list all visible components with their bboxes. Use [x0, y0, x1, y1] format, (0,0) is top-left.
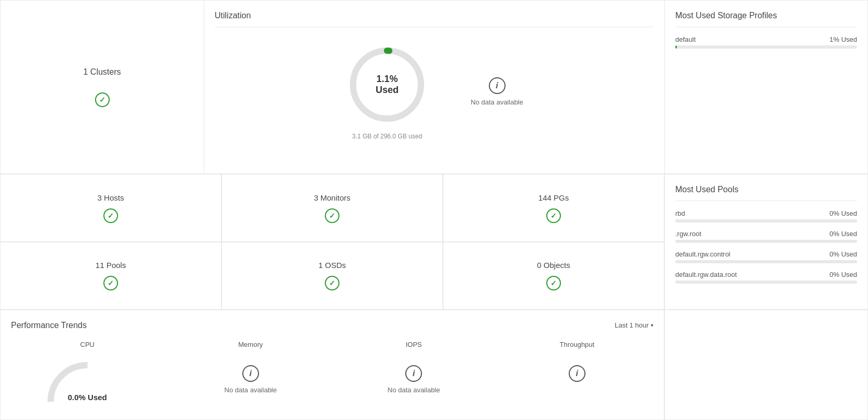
info-icon: i [489, 77, 506, 94]
profile-bar-fill [675, 45, 677, 49]
list-item: default 1% Used [675, 36, 857, 49]
cpu-value: 0.0% Used [68, 393, 107, 402]
performance-grid: CPU 0.0% Used Memory i No data available [11, 341, 653, 402]
stat-objects-icon [546, 276, 561, 290]
storage-profiles-list: default 1% Used [675, 36, 857, 49]
stats-row: 3 Hosts 3 Monitors 144 PGs 11 Pools 1 OS… [0, 174, 664, 309]
stat-hosts-title: 3 Hosts [98, 193, 124, 202]
perf-throughput: Throughput i [501, 341, 654, 402]
stat-monitors-title: 3 Monitors [314, 193, 350, 202]
utilization-card: Utilization 1.1% Used 3.1 GB of 296.0 GB… [204, 0, 664, 174]
memory-no-data: i No data available [225, 365, 277, 394]
pools-list: rbd 0% Used .rgw.root 0% Used default. [675, 209, 857, 284]
profile-bar-bg [675, 45, 857, 49]
stat-osds: 1 OSDs [221, 242, 443, 310]
stat-pools: 11 Pools [0, 242, 221, 310]
info-icon: i [569, 365, 585, 382]
stat-osds-icon [325, 276, 339, 290]
time-range-dropdown[interactable]: Last 1 hour ▾ [615, 321, 653, 329]
pool-name: rbd [675, 209, 685, 217]
stat-pools-icon [103, 276, 118, 290]
stat-monitors: 3 Monitors [221, 174, 443, 242]
clusters-title: 1 Clusters [83, 67, 121, 77]
throughput-label: Throughput [560, 341, 595, 348]
stat-pgs: 144 PGs [443, 174, 664, 242]
pool-bar-bg [675, 240, 857, 243]
stat-objects-title: 0 Objects [537, 261, 570, 270]
memory-no-data-label: No data available [225, 386, 277, 394]
clusters-card: 1 Clusters [0, 0, 204, 174]
perf-memory: Memory i No data available [174, 341, 327, 402]
performance-title: Performance Trends [11, 321, 87, 330]
pool-bar-bg [675, 260, 857, 263]
pool-used: 0% Used [829, 250, 857, 258]
iops-no-data: i No data available [388, 365, 440, 394]
throughput-no-data: i [569, 365, 585, 386]
pool-name: default.rgw.control [675, 250, 731, 258]
utilization-donut: 1.1% Used 3.1 GB of 296.0 GB used [345, 43, 429, 140]
profile-name: default [675, 36, 696, 43]
stat-pools-title: 11 Pools [96, 261, 126, 270]
pool-bar-bg [675, 219, 857, 223]
list-item: default.rgw.control 0% Used [675, 250, 857, 263]
perf-iops: IOPS i No data available [337, 341, 490, 402]
stat-objects: 0 Objects [443, 242, 664, 310]
pool-name: default.rgw.data.root [675, 271, 737, 278]
list-item: rbd 0% Used [675, 209, 857, 223]
storage-profiles-card: Most Used Storage Profiles default 1% Us… [664, 0, 868, 174]
pool-bar-bg [675, 281, 857, 284]
stat-pgs-icon [546, 208, 561, 223]
utilization-title: Utilization [215, 11, 654, 27]
pool-used: 0% Used [829, 271, 857, 278]
iops-label: IOPS [406, 341, 422, 348]
stat-pgs-title: 144 PGs [538, 193, 569, 202]
info-icon: i [242, 365, 259, 382]
cpu-label: CPU [80, 341, 95, 348]
utilization-no-data: i No data available [471, 77, 523, 106]
pool-used: 0% Used [829, 209, 857, 217]
list-item: default.rgw.data.root 0% Used [675, 271, 857, 284]
utilization-detail: 3.1 GB of 296.0 GB used [352, 133, 422, 140]
chevron-down-icon: ▾ [651, 322, 653, 328]
perf-cpu: CPU 0.0% Used [11, 341, 164, 402]
info-icon: i [405, 365, 422, 382]
stat-hosts: 3 Hosts [0, 174, 221, 242]
stat-osds-title: 1 OSDs [319, 261, 346, 270]
stat-monitors-icon [325, 208, 339, 223]
pools-card: Most Used Pools rbd 0% Used .rgw.root 0%… [664, 174, 868, 309]
clusters-status-icon [95, 92, 110, 107]
cpu-gauge: 0.0% Used [40, 355, 134, 402]
profile-used: 1% Used [829, 36, 857, 43]
list-item: .rgw.root 0% Used [675, 230, 857, 243]
performance-trends-card: Performance Trends Last 1 hour ▾ CPU 0.0… [0, 310, 664, 420]
utilization-percent: 1.1% Used [366, 74, 408, 96]
pools-title: Most Used Pools [675, 185, 857, 201]
storage-profiles-title: Most Used Storage Profiles [675, 11, 857, 27]
pool-used: 0% Used [829, 230, 857, 238]
utilization-no-data-label: No data available [471, 98, 523, 106]
stat-hosts-icon [103, 208, 118, 223]
pool-name: .rgw.root [675, 230, 701, 238]
memory-label: Memory [238, 341, 263, 348]
time-range-label: Last 1 hour [615, 321, 649, 329]
spacer-card [664, 310, 868, 420]
iops-no-data-label: No data available [388, 386, 440, 394]
